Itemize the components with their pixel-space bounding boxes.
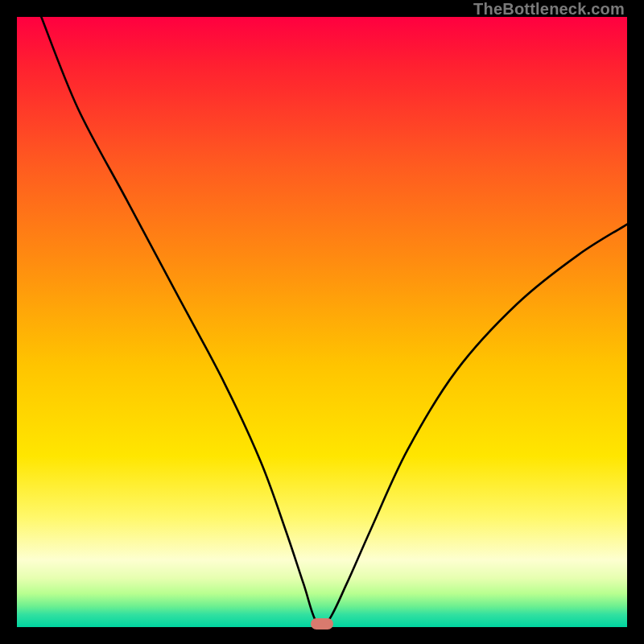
plot-area — [17, 17, 627, 627]
bottleneck-curve — [17, 17, 627, 627]
watermark-text: TheBottleneck.com — [473, 0, 625, 19]
chart-frame: TheBottleneck.com — [0, 0, 644, 644]
minimum-marker — [311, 618, 333, 630]
